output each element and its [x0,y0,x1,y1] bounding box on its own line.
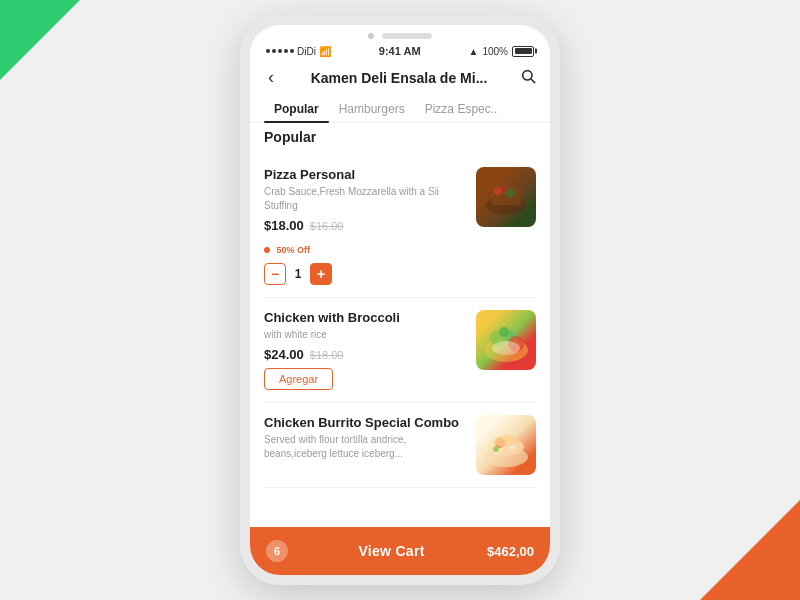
phone-top-area [250,25,550,43]
section-title: Popular [264,129,536,145]
food-image-2 [476,310,536,370]
svg-point-6 [501,186,507,192]
item-image [476,415,536,475]
status-right: ▲ 100% [469,46,534,57]
page-title: Kamen Deli Ensala de Mi... [278,70,520,86]
battery-icon [512,46,534,57]
wifi-icon: 📶 [319,46,331,57]
item-image [476,167,536,227]
item-price: $18.00 [264,218,304,233]
item-name: Pizza Personal [264,167,466,182]
carrier-label: DiDi [297,46,316,57]
discount-row: 50% Off [264,239,466,257]
nav-bar: ‹ Kamen Deli Ensala de Mi... [250,59,550,96]
menu-item-info: Chicken with Broccoli with white rice $2… [264,310,476,390]
cart-total: $462,00 [487,544,534,559]
menu-item-info: Pizza Personal Crab Sauce,Fresh Mozzarel… [264,167,476,285]
increment-button[interactable]: + [310,263,332,285]
discount-badge: 50% Off [276,245,310,255]
tab-hamburgers[interactable]: Hamburgers [329,96,415,122]
price-row: $24.00 $18.00 [264,347,466,362]
view-cart-bar[interactable]: 6 View Cart $462,00 [250,527,550,575]
item-price: $24.00 [264,347,304,362]
corner-decoration-br [700,500,800,600]
battery-label: 100% [482,46,508,57]
phone-speaker [382,33,432,39]
tab-pizza[interactable]: Pizza Espec.. [415,96,508,122]
item-original-price: $16.00 [310,220,344,232]
clock: 9:41 AM [379,45,421,57]
menu-item: Pizza Personal Crab Sauce,Fresh Mozzarel… [264,155,536,298]
signal-icon [266,49,294,53]
price-row: $18.00 $16.00 [264,218,466,233]
phone-camera [368,33,374,39]
food-image-3 [476,415,536,475]
quantity-stepper: − 1 + [264,263,466,285]
svg-point-17 [494,435,518,447]
item-description: with white rice [264,328,466,342]
battery-fill [515,48,532,54]
status-left: DiDi 📶 [266,46,331,57]
discount-dot [264,247,270,253]
quantity-value: 1 [292,267,304,281]
svg-point-12 [492,341,520,355]
svg-line-1 [531,79,535,83]
item-description: Crab Sauce,Fresh Mozzarella with a Sii S… [264,185,466,213]
svg-point-18 [493,446,499,452]
corner-decoration-tl [0,0,80,80]
svg-point-4 [494,187,502,195]
add-to-cart-button[interactable]: Agregar [264,368,333,390]
svg-point-10 [499,327,509,337]
menu-content: Popular Pizza Personal Crab Sauce,Fresh … [250,129,550,534]
menu-item-info: Chicken Burrito Special Combo Served wit… [264,415,476,466]
menu-item: Chicken with Broccoli with white rice $2… [264,298,536,403]
menu-item: Chicken Burrito Special Combo Served wit… [264,403,536,488]
back-button[interactable]: ‹ [264,65,278,90]
tab-popular[interactable]: Popular [264,96,329,122]
decrement-button[interactable]: − [264,263,286,285]
status-bar: DiDi 📶 9:41 AM ▲ 100% [250,43,550,59]
signal-strength-icon: ▲ [469,46,479,57]
food-image-1 [476,167,536,227]
phone-frame: DiDi 📶 9:41 AM ▲ 100% ‹ Kamen Deli Ensal… [240,15,560,585]
item-image [476,310,536,370]
search-button[interactable] [520,68,536,87]
item-name: Chicken Burrito Special Combo [264,415,466,430]
item-name: Chicken with Broccoli [264,310,466,325]
cart-count-badge: 6 [266,540,288,562]
item-original-price: $18.00 [310,349,344,361]
tab-bar: Popular Hamburgers Pizza Espec.. [250,96,550,123]
item-description: Served with flour tortilla andrice, bean… [264,433,466,461]
view-cart-label: View Cart [296,543,487,559]
